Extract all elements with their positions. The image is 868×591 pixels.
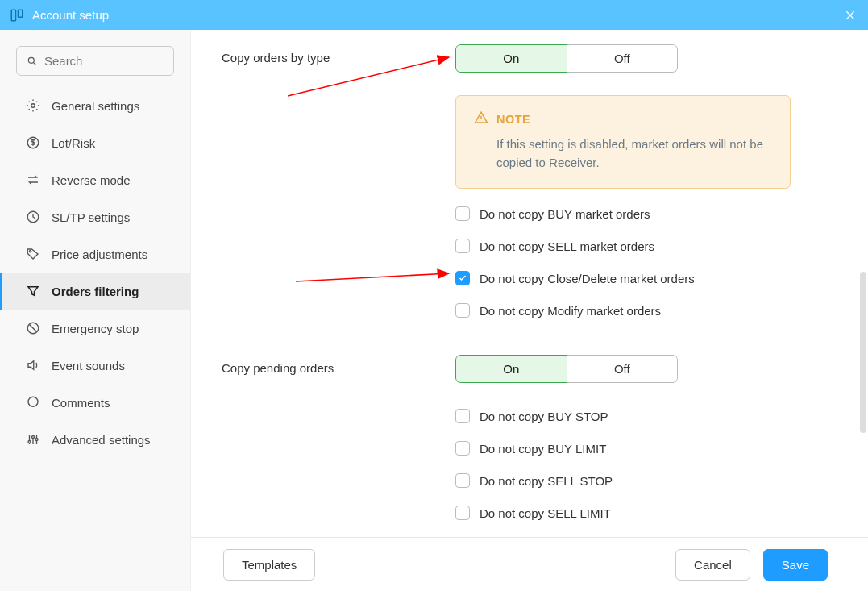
- sidebar-item-label: Reverse mode: [52, 173, 131, 187]
- forbid-icon: [26, 321, 40, 335]
- checkbox-label: Do not copy Modify market orders: [480, 304, 661, 318]
- window-title: Account setup: [32, 8, 109, 22]
- checkbox-icon: [455, 441, 470, 456]
- sidebar-item-general[interactable]: General settings: [0, 87, 190, 124]
- checkbox-label: Do not copy BUY LIMIT: [480, 442, 606, 456]
- chat-icon: [26, 395, 40, 410]
- checkbox-label: Do not copy SELL market orders: [480, 239, 654, 253]
- checkbox-label: Do not copy Close/Delete market orders: [480, 272, 695, 285]
- sidebar-item-label: Advanced settings: [52, 433, 151, 447]
- checkbox-buy-stop[interactable]: Do not copy BUY STOP: [455, 409, 837, 423]
- warning-icon: [474, 110, 488, 127]
- checkbox-icon: [455, 271, 470, 285]
- save-button[interactable]: Save: [763, 549, 828, 581]
- sidebar-item-label: Price adjustments: [52, 248, 147, 261]
- sidebar-item-filtering[interactable]: Orders filtering: [0, 273, 190, 310]
- toggle-copy-orders-off[interactable]: Off: [567, 44, 679, 73]
- checkbox-buy-market[interactable]: Do not copy BUY market orders: [455, 206, 837, 221]
- note-title: NOTE: [496, 113, 530, 126]
- checkbox-icon: [455, 506, 470, 520]
- sidebar-item-label: Emergency stop: [52, 322, 139, 335]
- app-icon: [10, 8, 24, 23]
- sliders-icon: [26, 432, 40, 447]
- swap-icon: [26, 173, 40, 187]
- sidebar-item-label: Event sounds: [52, 359, 125, 372]
- toggle-copy-orders: On Off: [455, 44, 678, 73]
- checkbox-icon: [455, 239, 470, 253]
- content-area: Copy orders by type On Off NOTE: [191, 30, 868, 591]
- search-input[interactable]: [44, 54, 164, 68]
- sidebar-item-emergency[interactable]: Emergency stop: [0, 310, 190, 347]
- scrollbar[interactable]: [860, 272, 866, 433]
- close-button[interactable]: [842, 7, 858, 23]
- checkbox-close-delete[interactable]: Do not copy Close/Delete market orders: [455, 271, 837, 285]
- sidebar-item-price[interactable]: Price adjustments: [0, 235, 190, 273]
- cancel-button[interactable]: Cancel: [675, 549, 750, 581]
- svg-point-9: [28, 441, 31, 443]
- sidebar-item-lotrisk[interactable]: Lot/Risk: [0, 124, 190, 161]
- note-box: NOTE If this setting is disabled, market…: [455, 95, 791, 189]
- sidebar-item-sltp[interactable]: SL/TP settings: [0, 198, 190, 235]
- note-text: If this setting is disabled, market orde…: [474, 135, 772, 172]
- checkbox-icon: [455, 206, 470, 221]
- svg-rect-0: [11, 10, 15, 21]
- svg-point-2: [28, 57, 34, 63]
- sidebar-item-label: SL/TP settings: [52, 210, 130, 224]
- sidebar-item-label: Orders filtering: [52, 285, 139, 298]
- checkbox-sell-market[interactable]: Do not copy SELL market orders: [455, 239, 837, 253]
- gear-icon: [26, 98, 40, 113]
- sidebar: General settings Lot/Risk Reverse mode S…: [0, 30, 191, 591]
- footer: Templates Cancel Save: [191, 537, 868, 591]
- checkbox-label: Do not copy SELL LIMIT: [480, 506, 611, 520]
- checkbox-label: Do not copy SELL STOP: [480, 474, 613, 488]
- sound-icon: [26, 358, 40, 372]
- sidebar-item-label: General settings: [52, 99, 139, 113]
- toggle-copy-orders-on[interactable]: On: [455, 44, 567, 73]
- sidebar-item-comments[interactable]: Comments: [0, 384, 190, 421]
- tag-icon: [26, 247, 40, 261]
- sidebar-item-sounds[interactable]: Event sounds: [0, 347, 190, 384]
- svg-point-3: [31, 104, 35, 108]
- templates-button[interactable]: Templates: [223, 549, 315, 581]
- svg-point-10: [32, 436, 35, 439]
- section-label-copy-orders: Copy orders by type: [222, 44, 455, 65]
- checkbox-icon: [455, 473, 470, 488]
- checkbox-icon: [455, 303, 470, 318]
- search-box[interactable]: [16, 46, 174, 76]
- svg-rect-1: [19, 10, 23, 17]
- filter-icon: [26, 284, 40, 298]
- checkbox-buy-limit[interactable]: Do not copy BUY LIMIT: [455, 441, 837, 456]
- svg-point-6: [30, 251, 31, 252]
- sidebar-item-label: Lot/Risk: [52, 136, 95, 150]
- checkbox-label: Do not copy BUY market orders: [480, 207, 650, 221]
- toggle-pending-off[interactable]: Off: [567, 355, 679, 383]
- sidebar-item-reverse[interactable]: Reverse mode: [0, 161, 190, 198]
- checkbox-icon: [455, 409, 470, 423]
- section-label-pending: Copy pending orders: [222, 355, 455, 375]
- sidebar-item-advanced[interactable]: Advanced settings: [0, 421, 190, 458]
- checkbox-label: Do not copy BUY STOP: [480, 410, 608, 423]
- checkbox-sell-limit[interactable]: Do not copy SELL LIMIT: [455, 506, 837, 520]
- dollar-icon: [26, 135, 40, 150]
- checkbox-sell-stop[interactable]: Do not copy SELL STOP: [455, 473, 837, 488]
- checkbox-modify-market[interactable]: Do not copy Modify market orders: [455, 303, 837, 318]
- svg-point-11: [35, 439, 38, 441]
- toggle-pending-orders: On Off: [455, 355, 678, 383]
- clock-icon: [26, 210, 40, 224]
- toggle-pending-on[interactable]: On: [455, 355, 567, 383]
- titlebar: Account setup: [0, 0, 868, 30]
- sidebar-item-label: Comments: [52, 396, 110, 410]
